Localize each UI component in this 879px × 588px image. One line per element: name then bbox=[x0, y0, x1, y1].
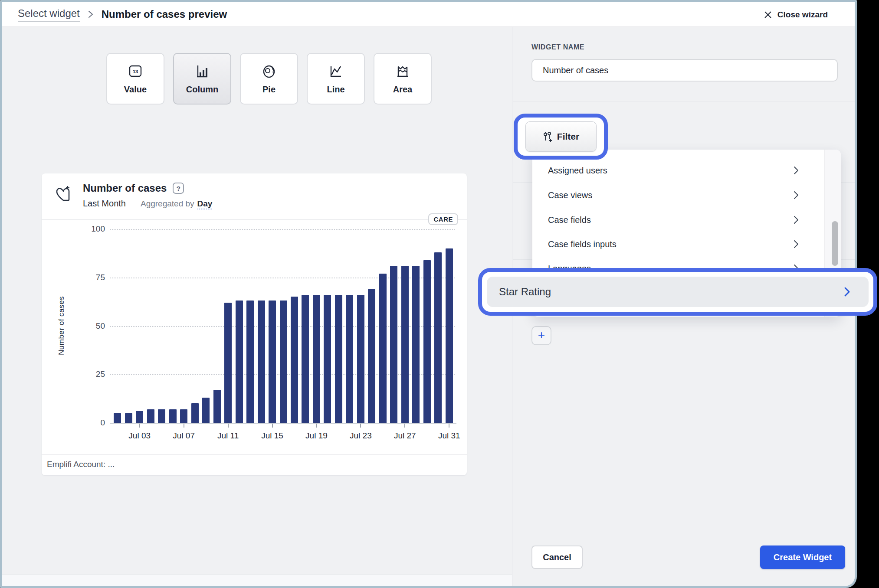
bar bbox=[258, 301, 265, 423]
type-label: Area bbox=[393, 85, 412, 95]
star-rating-highlight-annotation: Star Rating bbox=[478, 268, 877, 316]
bar bbox=[147, 409, 154, 423]
bar bbox=[423, 260, 431, 423]
card-title: Number of cases bbox=[83, 182, 167, 194]
close-wizard-button[interactable]: Close wizard bbox=[764, 2, 828, 27]
x-tick-mark bbox=[228, 424, 229, 428]
x-tick-label: Jul 27 bbox=[385, 431, 424, 441]
type-button-area[interactable]: Area bbox=[374, 53, 432, 105]
care-heart-plus-icon bbox=[55, 185, 72, 205]
bar bbox=[368, 289, 375, 423]
create-widget-button[interactable]: Create Widget bbox=[760, 546, 845, 569]
bar bbox=[357, 295, 364, 423]
x-tick-label: Jul 23 bbox=[341, 431, 380, 441]
chevron-right-icon bbox=[843, 287, 850, 299]
widget-name-label: WIDGET NAME bbox=[531, 43, 584, 51]
filter-button-label: Filter bbox=[557, 131, 579, 142]
value-13-icon: 13 bbox=[126, 63, 145, 80]
type-label: Value bbox=[124, 85, 147, 95]
line-chart-icon bbox=[326, 63, 345, 80]
type-label: Column bbox=[186, 85, 218, 95]
bar bbox=[224, 303, 232, 423]
widget-name-input[interactable] bbox=[531, 59, 838, 82]
menu-item-case-fields-inputs[interactable]: Case fields inputs bbox=[532, 235, 824, 254]
type-button-value[interactable]: 13 Value bbox=[106, 53, 164, 105]
chevron-right-icon bbox=[793, 166, 799, 177]
bar bbox=[379, 274, 387, 423]
x-tick-label: Jul 03 bbox=[120, 431, 159, 441]
bar bbox=[302, 295, 309, 423]
screenshot-canvas: Select widget Number of cases preview Cl… bbox=[0, 0, 879, 588]
dropdown-scrollbar-thumb[interactable] bbox=[832, 221, 838, 266]
type-label: Pie bbox=[262, 85, 276, 95]
y-tick-label: 75 bbox=[42, 273, 105, 282]
bar bbox=[291, 297, 298, 423]
pane-footer-strip bbox=[2, 575, 512, 586]
bar bbox=[280, 301, 287, 423]
pie-chart-icon bbox=[259, 63, 279, 80]
bar bbox=[412, 266, 420, 423]
close-wizard-label: Close wizard bbox=[777, 10, 828, 20]
aggregation-value[interactable]: Day bbox=[197, 199, 213, 209]
bar bbox=[335, 295, 342, 423]
chevron-right-icon bbox=[793, 215, 799, 226]
close-icon bbox=[764, 10, 772, 19]
bar bbox=[114, 413, 121, 423]
cancel-button[interactable]: Cancel bbox=[531, 546, 583, 569]
add-filter-button[interactable]: + bbox=[531, 326, 551, 345]
bar bbox=[191, 403, 199, 423]
card-divider bbox=[42, 219, 467, 220]
bar bbox=[434, 252, 442, 423]
chart-plot: Jul 03Jul 07Jul 11Jul 15Jul 19Jul 23Jul … bbox=[112, 229, 455, 423]
x-tick-label: Jul 31 bbox=[430, 431, 469, 441]
chevron-right-icon bbox=[793, 190, 799, 202]
star-rating-label: Star Rating bbox=[499, 286, 551, 298]
bar bbox=[446, 248, 453, 423]
bar bbox=[390, 266, 397, 423]
chart-ylabels: 0255075100 bbox=[42, 229, 105, 423]
menu-item-case-views[interactable]: Case views bbox=[532, 186, 824, 205]
breadcrumb-chevron-icon bbox=[88, 10, 94, 19]
card-footer-account: Emplifi Account: ... bbox=[47, 460, 115, 469]
menu-item-star-rating[interactable]: Star Rating bbox=[487, 277, 869, 307]
bar bbox=[236, 301, 243, 423]
x-tick-mark bbox=[449, 424, 449, 428]
card-footer-divider bbox=[42, 454, 467, 455]
bar bbox=[136, 411, 143, 423]
x-tick-mark bbox=[404, 424, 405, 428]
preview-pane: 13 Value Column Pie bbox=[2, 27, 512, 586]
breadcrumb-link-select-widget[interactable]: Select widget bbox=[18, 7, 80, 22]
type-button-line[interactable]: Line bbox=[307, 53, 365, 105]
x-tick-label: Jul 15 bbox=[253, 431, 292, 441]
menu-item-case-fields[interactable]: Case fields bbox=[532, 210, 824, 229]
bar bbox=[169, 409, 177, 423]
filter-button[interactable]: Filter bbox=[525, 121, 597, 152]
menu-item-assigned-users[interactable]: Assigned users bbox=[532, 161, 824, 180]
type-button-column[interactable]: Column bbox=[173, 53, 231, 105]
page-title: Number of cases preview bbox=[102, 8, 227, 20]
bar bbox=[313, 295, 320, 423]
bar bbox=[346, 295, 353, 423]
column-chart-icon bbox=[193, 63, 212, 80]
x-tick-label: Jul 11 bbox=[209, 431, 248, 441]
bar bbox=[401, 266, 409, 423]
area-chart-icon bbox=[393, 63, 412, 80]
y-tick-label: 0 bbox=[42, 418, 105, 428]
aggregation-prefix: Aggregated by bbox=[141, 199, 194, 209]
type-label: Line bbox=[327, 85, 344, 95]
svg-text:13: 13 bbox=[133, 69, 138, 74]
care-badge: CARE bbox=[428, 213, 458, 225]
bar bbox=[158, 409, 165, 423]
x-tick-mark bbox=[139, 424, 140, 428]
bar bbox=[324, 295, 331, 423]
type-button-pie[interactable]: Pie bbox=[240, 53, 298, 105]
widget-type-selector: 13 Value Column Pie bbox=[106, 53, 432, 105]
help-icon[interactable]: ? bbox=[173, 183, 184, 194]
y-tick-label: 100 bbox=[42, 224, 105, 234]
bar bbox=[202, 398, 210, 423]
bar bbox=[213, 390, 221, 423]
x-tick-label: Jul 07 bbox=[164, 431, 203, 441]
x-tick-mark bbox=[316, 424, 317, 428]
card-period: Last Month bbox=[83, 199, 126, 209]
x-tick-mark bbox=[360, 424, 361, 428]
